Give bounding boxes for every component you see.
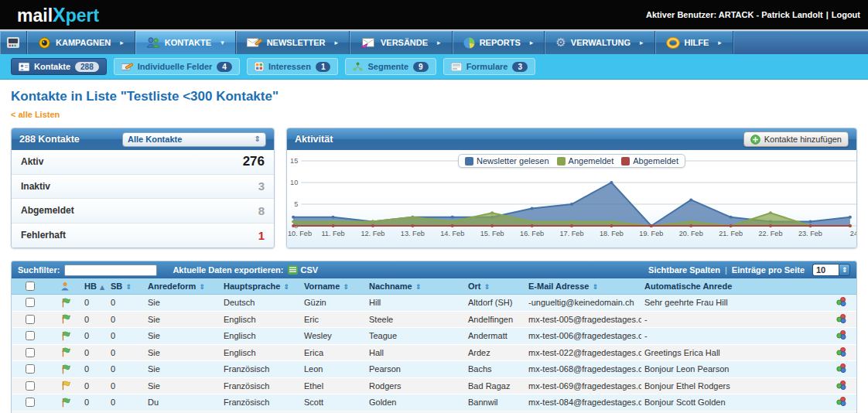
count-badge: 1 (316, 62, 331, 72)
nav-tab-kampagnen[interactable]: KAMPAGNEN▸ (27, 31, 135, 54)
sort-icon: ⇕ (484, 284, 490, 291)
legend-item[interactable]: Abgemeldet (621, 156, 678, 166)
campaign-icon (38, 37, 51, 49)
dashboard-icon (7, 37, 19, 48)
subnav-formulare[interactable]: Formulare3 (443, 58, 535, 75)
search-filter-input[interactable] (64, 265, 157, 276)
cell-email: mx-test-006@fragedestages.ch (525, 331, 641, 340)
column-header-hauptsprache[interactable]: Hauptsprache⇕ (220, 282, 301, 291)
sort-icon: ⇕ (343, 284, 349, 291)
column-label: Nachname (369, 282, 412, 291)
nav-tab-dashboard[interactable] (0, 31, 27, 54)
cell-nachname: Teague (366, 331, 465, 340)
select-all-checkbox[interactable] (26, 282, 35, 291)
count-badge: 9 (413, 62, 429, 72)
row-checkbox[interactable] (26, 364, 35, 374)
svg-text:12. Feb: 12. Feb (361, 230, 384, 237)
stat-value: 3 (258, 179, 265, 193)
svg-text:5: 5 (294, 200, 298, 208)
stat-row-fehlerhaft[interactable]: Fehlerhaft1 (12, 224, 274, 248)
sort-icon: ⇕ (283, 284, 289, 291)
cell-hauptsprache: Deutsch (220, 298, 301, 307)
row-checkbox[interactable] (26, 398, 35, 407)
flag-green-icon (60, 347, 70, 357)
cell-anredeform: Sie (145, 348, 220, 357)
contact-filter-select[interactable]: Alle Kontakte ⇕ (122, 132, 266, 147)
nav-tab-versaende[interactable]: VERSÄNDE▸ (350, 31, 453, 54)
legend-item[interactable]: Angemeldet (557, 156, 614, 166)
contacts-icon (146, 37, 160, 48)
main-nav: KAMPAGNEN▸KONTAKTE▾NEWSLETTER▸VERSÄNDE▸R… (0, 29, 868, 54)
flag-green-icon (60, 398, 70, 408)
contacts-panel-header: 288 Kontakte Alle Kontakte ⇕ (12, 128, 274, 150)
panels-row: 288 Kontakte Alle Kontakte ⇕ Aktiv276Ina… (11, 128, 857, 248)
row-checkbox[interactable] (26, 348, 35, 357)
pagesize-select[interactable]: 10 ⇕ (812, 264, 850, 276)
nav-tab-reports[interactable]: REPORTS▸ (453, 31, 545, 54)
row-actions-button[interactable] (836, 397, 846, 408)
nav-tab-newsletter[interactable]: NEWSLETTER▸ (236, 31, 350, 54)
svg-text:13. Feb: 13. Feb (401, 230, 425, 237)
svg-text:21. Feb: 21. Feb (719, 230, 743, 237)
row-checkbox[interactable] (26, 298, 35, 307)
svg-text:24. Feb: 24. Feb (850, 230, 856, 237)
all-lists-link[interactable]: < alle Listen (11, 110, 60, 119)
cell-anrede: Greetings Erica Hall (641, 348, 825, 357)
row-actions-button[interactable] (836, 347, 846, 358)
cell-hb: 0 (81, 315, 108, 324)
nav-tab-kontakte[interactable]: KONTAKTE▾ (135, 31, 236, 54)
column-header-hb[interactable]: HB▲ (81, 282, 108, 291)
legend-item[interactable]: Newsletter gelesen (465, 156, 549, 166)
column-header-select[interactable] (12, 282, 49, 291)
column-header-anrede[interactable]: Automatische Anrede (641, 282, 825, 291)
subnav-kontakte[interactable]: Kontakte288 (11, 58, 107, 75)
subnav-segmente[interactable]: Segmente9 (345, 58, 436, 75)
cell-anrede: Sehr geehrte Frau Hill (641, 298, 825, 307)
stat-row-inaktiv[interactable]: Inaktiv3 (12, 175, 274, 200)
stat-row-abgemeldet[interactable]: Abgemeldet8 (12, 199, 274, 224)
subnav-label: Kontakte (34, 62, 70, 71)
cell-sb: 0 (108, 364, 145, 374)
stat-value: 276 (243, 154, 265, 169)
column-header-anredeform[interactable]: Anredeform⇕ (145, 282, 220, 291)
row-checkbox[interactable] (26, 315, 35, 324)
row-actions-button[interactable] (836, 297, 846, 308)
column-header-status[interactable] (49, 282, 81, 291)
row-actions-button[interactable] (836, 314, 846, 325)
subnav-interessen[interactable]: Interessen1 (247, 58, 339, 75)
table-row: 00SieDeutschGüzinHillAltdorf (SH)-unguel… (12, 295, 856, 312)
nav-tab-hilfe[interactable]: HILFE▸ (655, 31, 733, 54)
table-header-row: HB▲SB⇕Anredeform⇕Hauptsprache⇕Vorname⇕Na… (12, 278, 856, 295)
cell-hb: 0 (81, 331, 108, 340)
cell-ort: Ardez (465, 348, 525, 357)
column-header-nachname[interactable]: Nachname⇕ (366, 282, 465, 291)
segments-icon (353, 62, 363, 71)
row-actions-button[interactable] (836, 330, 846, 341)
row-checkbox[interactable] (26, 331, 35, 340)
app-logo: mailXpert (17, 4, 99, 26)
column-label: Hauptsprache (224, 282, 280, 291)
stat-label: Inaktiv (21, 181, 50, 192)
nav-tab-verwaltung[interactable]: ⚙VERWALTUNG▸ (545, 31, 654, 54)
cell-hb: 0 (81, 364, 108, 374)
content-area: Kontakte in Liste "Testliste <300 Kontak… (0, 80, 868, 413)
stat-row-aktiv[interactable]: Aktiv276 (12, 150, 274, 175)
row-checkbox[interactable] (26, 381, 35, 391)
toolbar-left: Suchfilter: Aktuelle Daten exportieren: … (18, 265, 318, 276)
activity-panel-title: Aktivität (295, 134, 333, 145)
stat-label: Aktiv (21, 156, 43, 167)
csv-export-link[interactable]: CSV (288, 265, 318, 275)
logout-link[interactable]: Logout (832, 10, 860, 19)
row-actions-button[interactable] (836, 364, 846, 374)
column-header-sb[interactable]: SB⇕ (108, 282, 145, 291)
subnav-individuelle-felder[interactable]: Individuelle Felder4 (114, 58, 240, 75)
row-actions-button[interactable] (836, 381, 846, 391)
nav-tab-label: KONTAKTE (165, 38, 211, 47)
visible-columns-link[interactable]: Sichtbare Spalten (648, 265, 720, 275)
cell-hauptsprache: Englisch (220, 348, 301, 357)
column-header-email[interactable]: E-Mail Adresse⇕ (525, 282, 641, 291)
add-contacts-button[interactable]: Kontakte hinzufügen (743, 131, 849, 147)
cell-sb: 0 (108, 298, 145, 307)
column-header-ort[interactable]: Ort⇕ (465, 282, 525, 291)
column-header-vorname[interactable]: Vorname⇕ (301, 282, 366, 291)
